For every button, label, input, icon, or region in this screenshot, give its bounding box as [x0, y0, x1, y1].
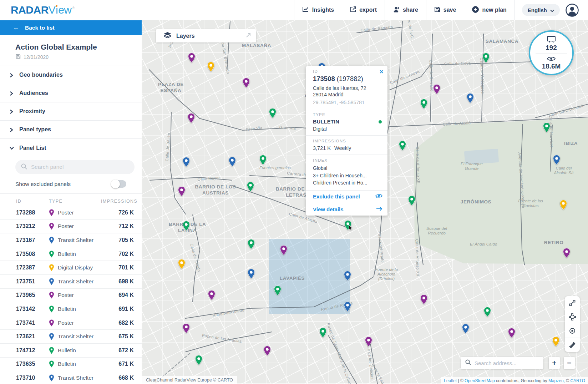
map-pin[interactable] [259, 155, 267, 166]
attribution-link[interactable]: Mapzen [548, 378, 564, 383]
draw-polygon-tool[interactable] [565, 310, 580, 324]
search-icon [21, 163, 27, 171]
map-pin[interactable] [420, 294, 427, 306]
measure-line-tool[interactable] [565, 296, 580, 310]
map-pin[interactable] [420, 99, 427, 110]
map-pin[interactable] [563, 248, 570, 259]
map-pin[interactable] [467, 93, 474, 105]
view-details-label: View details [313, 206, 344, 212]
show-excluded-toggle[interactable] [112, 180, 126, 188]
panel-impressions: 675 K [101, 333, 134, 340]
section-panel-list[interactable]: Panel List [0, 139, 142, 157]
panel-table-row[interactable]: 173288 Poster 726 K [0, 206, 142, 220]
address-search-input[interactable] [475, 360, 539, 366]
map-pin[interactable] [508, 328, 515, 339]
panel-table-row[interactable]: 173167 Transit Shelter 705 K [0, 233, 142, 247]
map-pin[interactable] [543, 122, 550, 134]
map-pin[interactable] [552, 337, 559, 348]
map-pin[interactable] [183, 221, 190, 232]
panel-search-input[interactable] [31, 164, 129, 170]
attribution-link[interactable]: CARTO [570, 378, 585, 383]
map-pin[interactable] [247, 182, 254, 193]
user-avatar[interactable] [566, 4, 579, 17]
map-pin[interactable] [560, 200, 567, 211]
map-pin[interactable] [274, 286, 281, 297]
panel-table-row[interactable]: 173621 Transit Shelter 675 K [0, 330, 142, 344]
map-pin[interactable] [462, 324, 469, 335]
panel-table-row[interactable]: 173710 Transit Shelter 668 K [0, 371, 142, 384]
map-pin[interactable] [319, 328, 326, 339]
map-pin[interactable] [344, 271, 351, 282]
map-pin[interactable] [195, 355, 202, 367]
panel-table-row[interactable]: 173508 Bulletin 702 K [0, 247, 142, 261]
panel-table-row[interactable]: 173751 Transit Shelter 698 K [0, 275, 142, 289]
panel-table-row[interactable]: 173142 Bulletin 691 K [0, 302, 142, 316]
map-pin[interactable] [365, 337, 372, 348]
panel-id: 173710 [16, 375, 49, 381]
map-pin[interactable] [183, 323, 190, 335]
panel-type-cell: Poster [49, 223, 101, 230]
panel-table-row[interactable]: 173212 Poster 712 K [0, 220, 142, 234]
attribution-link[interactable]: Leaflet [444, 378, 457, 383]
zoom-out-button[interactable]: − [564, 357, 575, 369]
panel-table-row[interactable]: 173741 Poster 682 K [0, 316, 142, 330]
map-pin[interactable] [553, 155, 560, 166]
map-pin[interactable] [433, 84, 440, 96]
map-pin[interactable] [188, 113, 195, 125]
draw-circle-tool[interactable] [565, 324, 580, 338]
map-pin[interactable] [344, 302, 351, 313]
panel-impressions: 702 K [101, 251, 134, 257]
map-pin[interactable] [188, 53, 195, 64]
map-pin[interactable] [280, 245, 287, 257]
map-pin[interactable] [482, 53, 490, 64]
section-audiences[interactable]: Audiences [0, 84, 142, 102]
panel-table-row[interactable]: 174712 Bulletin 672 K [0, 344, 142, 358]
eye-off-icon [375, 193, 382, 200]
map-pin-selected[interactable] [344, 220, 351, 232]
section-geo-boundaries[interactable]: Geo boundaries [0, 66, 142, 84]
section-panel-types[interactable]: Panel types [0, 121, 142, 139]
panel-table-body: 173288 Poster 726 K 173212 Poster 712 K … [0, 206, 142, 384]
panel-table-row[interactable]: 172387 Digital Display 701 K [0, 261, 142, 275]
map-pin[interactable] [408, 196, 415, 207]
estanque-pond [464, 149, 499, 165]
nav-insights[interactable]: Insights [294, 0, 342, 20]
map-pin[interactable] [269, 108, 276, 120]
map-pin[interactable] [178, 259, 185, 271]
map-pin[interactable] [248, 269, 255, 280]
map-pin[interactable] [229, 157, 236, 168]
panel-type-label: Transit Shelter [58, 375, 93, 381]
date-save-icon [16, 54, 21, 60]
map-pin[interactable] [399, 141, 406, 152]
map-pin[interactable] [183, 157, 190, 168]
map-pin[interactable] [484, 307, 491, 318]
map-pin[interactable] [208, 290, 215, 302]
map-pin[interactable] [243, 78, 250, 89]
nav-share[interactable]: share [385, 0, 426, 20]
zoom-in-button[interactable]: + [549, 357, 560, 369]
map-pin[interactable] [248, 239, 255, 251]
map-pin[interactable] [178, 186, 185, 198]
panel-type-cell: Bulletin [49, 347, 101, 354]
map-pin[interactable] [264, 346, 271, 357]
ruler-tool[interactable] [565, 338, 580, 352]
attribution-text: | © [457, 378, 465, 383]
map-pin[interactable] [207, 62, 214, 73]
language-selector[interactable]: English [522, 4, 560, 16]
back-to-list-button[interactable]: ← Back to list [0, 20, 142, 35]
layers-control[interactable]: Layers [156, 29, 256, 42]
panel-type-cell: Poster [49, 319, 101, 327]
exclude-panel-link[interactable]: Exclude this panel [306, 191, 387, 203]
nav-export[interactable]: export [342, 0, 385, 20]
panel-table-row[interactable]: 173965 Poster 694 K [0, 289, 142, 303]
view-details-link[interactable]: View details [306, 203, 387, 216]
app-logo[interactable]: RADARVıew ® [11, 4, 75, 16]
nav-save[interactable]: save [426, 0, 464, 20]
panel-table-row[interactable]: 173635 Bulletin 671 K [0, 358, 142, 372]
collapse-panel-icon[interactable] [245, 32, 251, 40]
popup-type-value: BULLETIN [313, 119, 339, 125]
section-proximity[interactable]: Proximity [0, 102, 142, 121]
attribution-link[interactable]: OpenStreetMap [465, 378, 495, 383]
nav-new-plan[interactable]: new plan [464, 0, 514, 20]
close-icon[interactable]: ✕ [379, 69, 384, 75]
